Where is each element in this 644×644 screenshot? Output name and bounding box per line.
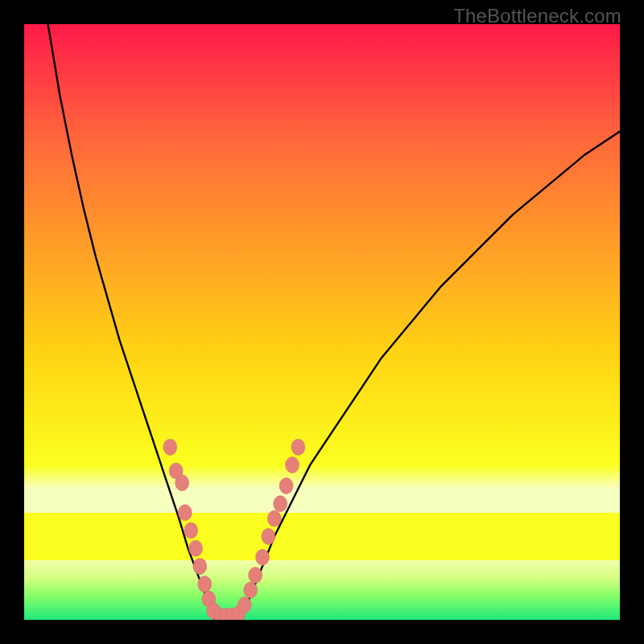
emphasis-dot bbox=[249, 568, 262, 584]
emphasis-dot bbox=[262, 528, 275, 544]
emphasis-dot bbox=[267, 510, 281, 526]
emphasis-dot bbox=[256, 549, 270, 565]
emphasis-dot bbox=[244, 582, 258, 598]
emphasis-dot bbox=[279, 478, 293, 494]
emphasis-dot bbox=[198, 576, 212, 592]
curve-group bbox=[48, 24, 620, 620]
marker-group bbox=[163, 439, 305, 620]
emphasis-dot bbox=[163, 439, 177, 455]
plot-area bbox=[24, 24, 620, 620]
emphasis-dot bbox=[175, 475, 189, 491]
emphasis-dot bbox=[184, 522, 198, 539]
emphasis-dot bbox=[189, 540, 203, 556]
emphasis-dot bbox=[286, 457, 299, 473]
emphasis-dot bbox=[291, 439, 305, 455]
emphasis-dot bbox=[237, 597, 251, 613]
bottleneck-curve bbox=[48, 24, 620, 620]
emphasis-dot bbox=[178, 505, 192, 521]
emphasis-dot bbox=[193, 558, 207, 574]
outer-frame: TheBottleneck.com bbox=[0, 0, 644, 644]
chart-svg bbox=[24, 24, 620, 620]
emphasis-dot bbox=[274, 496, 287, 512]
